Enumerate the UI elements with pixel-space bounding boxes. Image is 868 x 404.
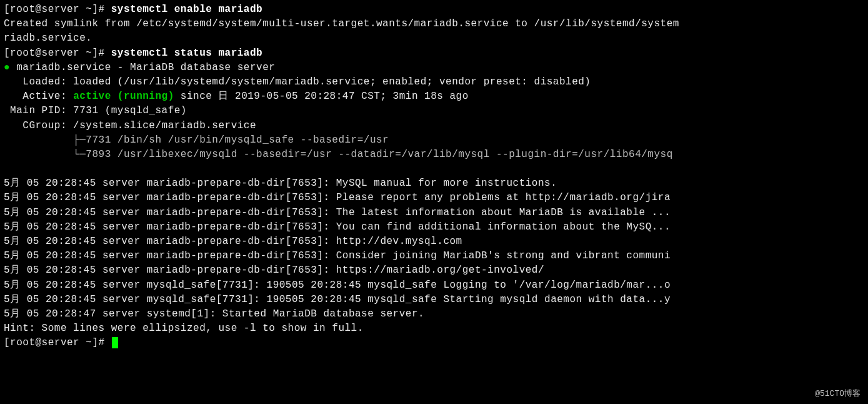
service-title-line: ● mariadb.service - MariaDB database ser… (4, 62, 275, 73)
log-line: 5月 05 20:28:45 server mariadb-prepare-db… (4, 207, 671, 218)
command-2: systemctl status mariadb (111, 48, 262, 59)
prompt-line-2: [root@server ~]# systemctl status mariad… (4, 48, 262, 59)
status-dot-icon: ● (4, 62, 10, 73)
output-line: Created symlink from /etc/systemd/system… (4, 18, 679, 29)
cursor-icon (112, 337, 118, 348)
active-line: Active: active (running) since 日 2019-05… (4, 91, 469, 102)
log-line: 5月 05 20:28:47 server systemd[1]: Starte… (4, 308, 424, 320)
cgroup-line: CGroup: /system.slice/mariadb.service (4, 120, 256, 131)
command-1: systemctl enable mariadb (111, 4, 262, 15)
log-line: 5月 05 20:28:45 server mariadb-prepare-db… (4, 265, 544, 276)
log-line: 5月 05 20:28:45 server mariadb-prepare-db… (4, 221, 671, 233)
log-line: 5月 05 20:28:45 server mariadb-prepare-db… (4, 178, 557, 189)
active-state: active (running) (73, 91, 174, 102)
log-line: 5月 05 20:28:45 server mariadb-prepare-db… (4, 250, 671, 261)
hint-line: Hint: Some lines were ellipsized, use -l… (4, 323, 364, 334)
terminal-output[interactable]: [root@server ~]# systemctl enable mariad… (0, 0, 868, 351)
output-line: riadb.service. (4, 33, 92, 44)
loaded-line: Loaded: loaded (/usr/lib/systemd/system/… (4, 76, 591, 88)
log-line: 5月 05 20:28:45 server mysqld_safe[7731]:… (4, 280, 671, 291)
prompt-line-1: [root@server ~]# systemctl enable mariad… (4, 4, 262, 15)
cgroup-process-1: ├─7731 /bin/sh /usr/bin/mysqld_safe --ba… (4, 134, 389, 146)
watermark-text: @51CTO博客 (815, 388, 861, 400)
prompt-line-3[interactable]: [root@server ~]# (4, 337, 118, 348)
log-line: 5月 05 20:28:45 server mariadb-prepare-db… (4, 236, 462, 247)
log-line: 5月 05 20:28:45 server mysqld_safe[7731]:… (4, 294, 671, 305)
main-pid-line: Main PID: 7731 (mysqld_safe) (4, 105, 187, 116)
log-line: 5月 05 20:28:45 server mariadb-prepare-db… (4, 192, 671, 203)
cgroup-process-2: └─7893 /usr/libexec/mysqld --basedir=/us… (4, 149, 673, 160)
